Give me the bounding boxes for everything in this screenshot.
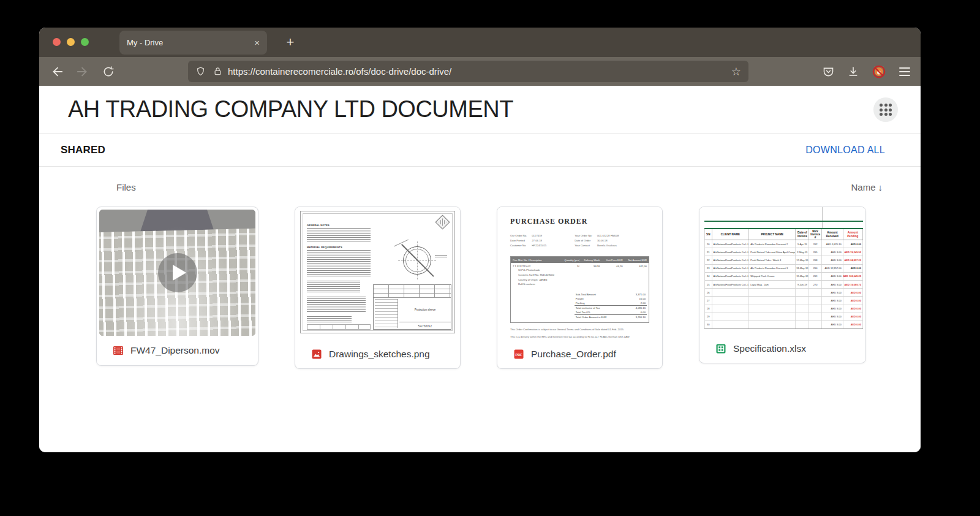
back-icon[interactable]	[48, 63, 66, 81]
drawing-text-lines	[307, 281, 360, 293]
image-icon	[311, 349, 322, 360]
sheet-cell-sn: 20	[705, 240, 712, 248]
page-content: AH TRADING COMPANY LTD DOCUMENT SHARED D…	[39, 86, 921, 452]
po-total-row: Total exclusive of Tax4,086.16	[575, 305, 647, 310]
po-title: PURCHASE ORDER	[510, 217, 649, 226]
sheet-col-header: Amount Received	[822, 229, 843, 240]
sheet-cell-project	[749, 289, 796, 296]
drawing-revision-row	[374, 289, 451, 294]
file-card-spreadsheet[interactable]: SNCLIENT NAMEPROJECT NAMEDate of Invoice…	[699, 207, 866, 363]
download-icon[interactable]	[844, 63, 862, 81]
po-total-value: 3,766.16	[636, 316, 646, 319]
po-total-value: 3,371.00	[636, 293, 646, 296]
po-total-label: Total Order Amount in EUR	[576, 316, 607, 319]
sheet-col-header: CLIENT NAME	[712, 229, 750, 240]
file-card-drawing[interactable]: GENERAL NOTES MATERIAL REQUIREMENTS	[295, 207, 461, 369]
sheet-cell-date	[796, 289, 809, 296]
sheet-cell-pending: AED 19,249.92	[843, 248, 863, 256]
po-item-cell: 442,00	[623, 265, 647, 268]
po-meta-value: 001-63228 HM008	[597, 233, 619, 238]
sheet-cell-received: AED 3,425.10	[822, 240, 843, 248]
nav-toolbar: https://containerecomerciale.ro/ofs/doc-…	[39, 57, 921, 86]
drawing-titleblock-title: Protection sleeve	[399, 298, 451, 322]
minimize-window-button[interactable]	[67, 38, 75, 46]
po-total-value: 4,086.16	[636, 306, 646, 309]
sheet-row: 25AlsNationalFoodProducts Co L.L.C.Loyal…	[705, 281, 863, 289]
po-meta-label: Date of Order	[575, 238, 592, 243]
sheet-cell-sn: 22	[705, 256, 712, 264]
sheet-cell-received: AED 3.00	[822, 256, 843, 264]
drawing-text-lines	[307, 316, 352, 324]
po-item-cell: 44,20	[600, 265, 622, 268]
drawing-revision-row	[374, 294, 451, 298]
sheet-row: 29AED 3.00AED 0.00	[705, 313, 863, 321]
bookmark-star-icon[interactable]: ☆	[731, 65, 741, 78]
sheet-cell-invoice	[809, 289, 822, 296]
sheet-cell-sn: 23	[705, 265, 712, 272]
grid-dots-icon	[880, 104, 892, 116]
file-name-row[interactable]: PDF Purchase_Order.pdf	[497, 340, 662, 368]
po-meta-value: 30.06.18	[597, 238, 619, 243]
sort-by-name-control[interactable]: Name ↓	[851, 182, 883, 192]
file-name-row[interactable]: Drawings_sketches.png	[295, 340, 460, 368]
download-all-link[interactable]: DOWNLOAD ALL	[805, 145, 885, 156]
file-name: Drawings_sketches.png	[329, 349, 430, 360]
close-window-button[interactable]	[53, 38, 61, 46]
sheet-col-header: PROJECT NAME	[749, 229, 796, 240]
tab-close-icon[interactable]: ×	[254, 38, 260, 47]
new-tab-button[interactable]: +	[281, 32, 300, 52]
maximize-window-button[interactable]	[81, 38, 89, 46]
sheet-cell-invoice	[809, 321, 822, 328]
sheet-cell-client: AlsNationalFoodProducts Co L.L.C.	[712, 256, 750, 264]
file-name: Specification.xlsx	[733, 343, 806, 354]
menu-hamburger-icon[interactable]	[895, 63, 914, 81]
pocket-icon[interactable]	[819, 63, 837, 81]
refresh-icon[interactable]	[99, 63, 118, 81]
url-text[interactable]: https://containerecomerciale.ro/ofs/doc-…	[228, 66, 451, 77]
sheet-row: 30AED 3.00AED 0.00	[705, 321, 863, 329]
sheet-cell-invoice: 265	[809, 248, 822, 256]
file-name-row[interactable]: FW47_Diperson.mov	[97, 336, 258, 365]
sheet-cell-date	[796, 313, 809, 321]
url-bar[interactable]: https://containerecomerciale.ro/ofs/doc-…	[188, 61, 748, 82]
sheet-cell-sn: 25	[705, 281, 712, 288]
po-table-header: Pos. Mat. No. / DescriptionQuantity (pcs…	[511, 257, 649, 263]
sheet-cell-pending: AED 0.00	[843, 321, 863, 328]
drawing-revision-row	[374, 285, 451, 289]
sheet-cell-received: AED 3.00	[822, 281, 843, 288]
sheet-cell-client: AlsNationalFoodProducts Co L.L.C.	[712, 248, 750, 256]
video-thumbnail[interactable]	[99, 210, 255, 336]
sheet-cell-client	[712, 289, 750, 296]
po-item-desc-line: Country of Origin: JAPAN	[518, 278, 647, 283]
po-total-value: 0.00	[641, 311, 646, 314]
po-total-value: 16.00	[639, 297, 646, 300]
sheet-cell-date: 17-May-19	[796, 256, 809, 264]
po-footnote: This is a delivery within the EEC and th…	[510, 335, 649, 339]
apps-grid-button[interactable]	[873, 97, 898, 122]
file-card-video[interactable]: FW47_Diperson.mov	[96, 207, 258, 366]
sheet-col-header: SN	[705, 229, 712, 240]
sheet-cell-project	[749, 321, 796, 328]
sheet-cell-invoice: 260	[809, 265, 822, 272]
sheet-cell-date	[796, 305, 809, 313]
sheet-cell-received: AED 3.00	[822, 313, 843, 321]
sheet-cell-sn: 27	[705, 297, 712, 304]
sheet-cell-project: Als Products Ramadan Discount 2	[749, 240, 796, 248]
sheet-cell-pending: AED 0.00	[843, 289, 863, 296]
page-title: AH TRADING COMPANY LTD DOCUMENT	[68, 96, 513, 123]
forward-icon[interactable]	[74, 63, 92, 81]
drawing-notes-column: GENERAL NOTES MATERIAL REQUIREMENTS	[307, 221, 371, 324]
sheet-cell-project	[749, 313, 796, 321]
drawing-title-block: Protection sleeve 5476692	[373, 284, 451, 330]
po-col-header: Delivery Week	[579, 259, 600, 262]
file-name-row[interactable]: Specification.xlsx	[699, 334, 865, 363]
sheet-mid-zone	[704, 222, 863, 229]
file-card-pdf[interactable]: PURCHASE ORDER Our Order No.Date Printed…	[497, 207, 663, 369]
po-line-items-table: Pos. Mat. No. / DescriptionQuantity (pcs…	[510, 256, 649, 322]
po-meta-value: 0127459	[532, 233, 546, 238]
browser-tab[interactable]: My - Drive ×	[119, 31, 267, 55]
play-button[interactable]	[158, 253, 197, 292]
extension-blocker-icon[interactable]	[870, 63, 888, 81]
desktop: { "browser": { "tab_title": "My - Drive"…	[0, 0, 980, 516]
po-item-description: SI-Pilk PhotoshadeCustoms Tariff No. 854…	[518, 268, 647, 286]
